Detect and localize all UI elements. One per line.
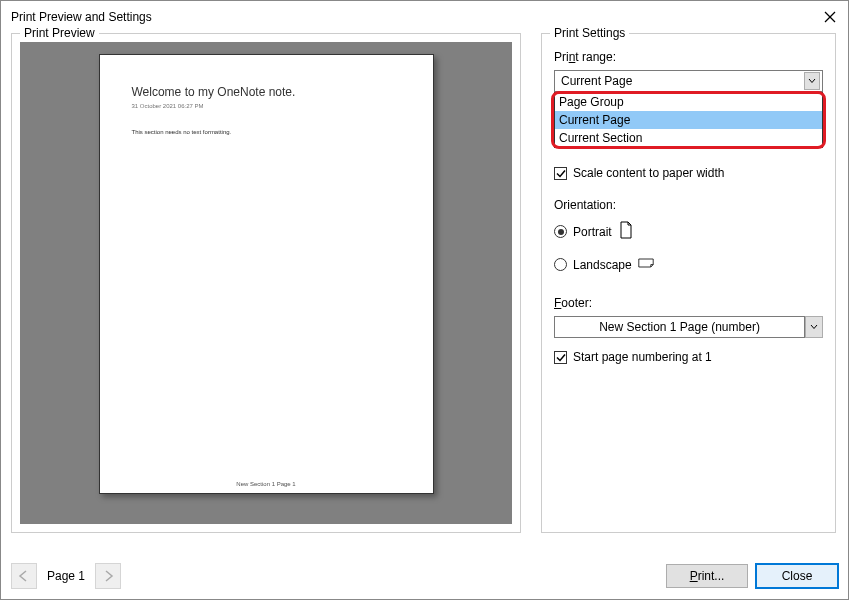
landscape-label: Landscape: [573, 258, 632, 272]
dropdown-item-page-group[interactable]: Page Group: [555, 93, 822, 111]
print-button[interactable]: Print...: [666, 564, 748, 588]
pager: Page 1: [11, 563, 121, 589]
print-range-dropdown: Page Group Current Page Current Section: [554, 92, 823, 148]
print-range-select[interactable]: Current Page: [554, 70, 823, 92]
prev-page-button[interactable]: [11, 563, 37, 589]
footer-select[interactable]: New Section 1 Page (number): [554, 316, 805, 338]
dropdown-item-current-section[interactable]: Current Section: [555, 129, 822, 147]
footer-select-arrow[interactable]: [805, 316, 823, 338]
next-page-button[interactable]: [95, 563, 121, 589]
close-button[interactable]: Close: [756, 564, 838, 588]
print-settings-panel: Print Settings Print range: Current Page…: [541, 33, 836, 533]
scale-checkbox[interactable]: [554, 167, 567, 180]
landscape-radio[interactable]: [554, 258, 567, 271]
page-title: Welcome to my OneNote note.: [132, 85, 401, 99]
print-preview-panel: Print Preview Welcome to my OneNote note…: [11, 33, 521, 533]
page-indicator: Page 1: [45, 569, 87, 583]
page-body: This section needs no text formatting.: [132, 129, 401, 135]
scale-label: Scale content to paper width: [573, 166, 724, 180]
footer-label: Footer:: [554, 296, 823, 310]
print-range-select-wrap: Current Page Page Group Current Page Cur…: [554, 70, 823, 92]
window-title: Print Preview and Settings: [11, 10, 152, 24]
preview-page: Welcome to my OneNote note. 31 October 2…: [99, 54, 434, 494]
dropdown-item-current-page[interactable]: Current Page: [555, 111, 822, 129]
page-meta: 31 October 2021 06:27 PM: [132, 103, 401, 109]
titlebar: Print Preview and Settings: [1, 1, 848, 33]
print-range-value: Current Page: [561, 74, 632, 88]
portrait-radio[interactable]: [554, 225, 567, 238]
footer-value: New Section 1 Page (number): [599, 320, 760, 334]
page-footer: New Section 1 Page 1: [100, 481, 433, 493]
chevron-down-icon: [804, 72, 820, 90]
print-range-label: Print range:: [554, 50, 823, 64]
preview-area: Welcome to my OneNote note. 31 October 2…: [20, 42, 512, 524]
close-icon[interactable]: [822, 9, 838, 25]
orientation-label: Orientation:: [554, 198, 823, 212]
preview-legend: Print Preview: [20, 26, 99, 40]
start-numbering-checkbox[interactable]: [554, 351, 567, 364]
portrait-icon: [618, 221, 634, 242]
start-numbering-label: Start page numbering at 1: [573, 350, 712, 364]
settings-legend: Print Settings: [550, 26, 629, 40]
landscape-icon: [638, 254, 654, 275]
portrait-label: Portrait: [573, 225, 612, 239]
